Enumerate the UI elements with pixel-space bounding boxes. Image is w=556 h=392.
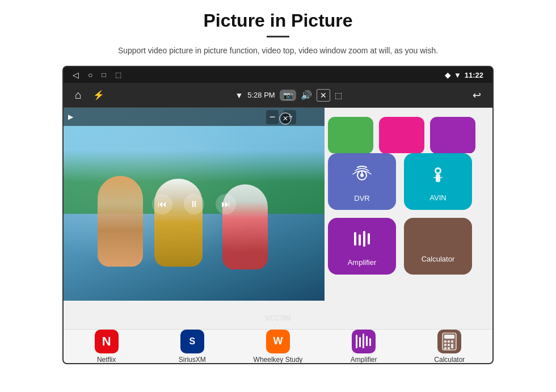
svg-rect-23	[366, 336, 368, 346]
svg-point-3	[360, 174, 364, 177]
svg-point-6	[436, 169, 440, 172]
car-nav-bar: ⌂ ⚡ ▼ 5:28 PM 📷 🔊 ✕ ⬚ ↩	[64, 83, 492, 108]
svg-rect-20	[356, 335, 357, 348]
dvr-app-icon[interactable]: DVR	[328, 153, 396, 210]
main-screen: ▶ − + ✕	[64, 108, 492, 329]
pip-minus-btn[interactable]: −	[266, 110, 279, 124]
svg-rect-34	[448, 347, 450, 349]
pip-close-btn[interactable]: ✕	[279, 112, 292, 128]
svg-rect-31	[448, 344, 450, 346]
pip-prev-btn[interactable]: ⏮	[152, 194, 172, 214]
pip-playback-controls: ⏮ ⏸ ⏭	[152, 194, 236, 214]
volume-icon[interactable]: 🔊	[301, 90, 312, 100]
calculator-label: Calculator	[422, 255, 455, 263]
siriusxm-icon: S	[180, 330, 204, 353]
partial-apps-row	[328, 113, 481, 153]
status-bar-left: ◁ ○ □ ⬚	[73, 70, 121, 79]
amplifier-bottom-label: Amplifier	[351, 356, 377, 364]
netflix-icon: N	[95, 330, 119, 353]
svg-rect-26	[444, 335, 454, 339]
pip-icon[interactable]: ⬚	[335, 91, 342, 100]
wifi-status-icon: ▼	[235, 91, 243, 100]
usb-icon: ⚡	[93, 90, 104, 100]
avin-icon	[426, 162, 450, 189]
screenshot-btn[interactable]: ⬚	[115, 71, 121, 79]
bottom-amplifier[interactable]: Amplifier	[327, 330, 401, 364]
pip-video-icon: ▶	[68, 113, 73, 121]
svg-rect-33	[444, 347, 447, 349]
back-nav-icon[interactable]: ↩	[473, 89, 481, 102]
pip-next-btn[interactable]: ⏭	[216, 194, 236, 214]
svg-rect-10	[363, 231, 365, 247]
watermark: VCC789	[265, 314, 290, 322]
android-status-bar: ◁ ○ □ ⬚ ◆ ▼ 11:22	[64, 67, 492, 83]
bottom-amplifier-icon	[352, 330, 376, 353]
svg-text:✕: ✕	[283, 115, 288, 123]
status-time: 11:22	[465, 71, 483, 79]
nav-bar-center: ▼ 5:28 PM 📷 🔊 ✕ ⬚	[235, 89, 342, 102]
app-grid: DVR AVIN	[317, 108, 492, 329]
app-row-2: Amplifier	[328, 218, 481, 275]
wheelkey-label: Wheelkey Study	[254, 356, 303, 364]
svg-rect-29	[451, 340, 453, 343]
bottom-calculator-icon	[437, 330, 461, 353]
svg-rect-8	[354, 232, 356, 246]
calculator-bottom-label: Calculator	[434, 356, 465, 364]
recent-btn[interactable]: □	[102, 71, 106, 79]
pip-pause-btn[interactable]: ⏸	[184, 194, 204, 214]
signal-icon: ▼	[454, 71, 461, 79]
avin-label: AVIN	[429, 193, 446, 202]
dvr-icon	[348, 161, 376, 189]
pip-video-content: ▶ − + ✕	[64, 108, 325, 301]
bottom-netflix[interactable]: N Netflix	[70, 330, 144, 364]
wheelkey-icon: W	[266, 330, 290, 353]
status-bar-right: ◆ ▼ 11:22	[445, 71, 483, 79]
home-icon[interactable]: ⌂	[75, 88, 82, 102]
svg-rect-22	[363, 334, 364, 348]
partial-app-green[interactable]	[328, 117, 373, 153]
svg-rect-21	[359, 337, 361, 347]
svg-rect-30	[444, 344, 447, 346]
netflix-label: Netflix	[97, 356, 116, 364]
svg-rect-32	[451, 344, 453, 348]
home-btn[interactable]: ○	[88, 70, 92, 79]
app-row-1: DVR AVIN	[328, 153, 481, 210]
bottom-app-bar: N Netflix S SiriusXM W Wheelkey Study	[64, 329, 492, 363]
pip-resize-controls[interactable]: − + ✕	[266, 110, 296, 124]
pip-video[interactable]: ▶ − + ✕	[64, 108, 325, 301]
person1-silhouette	[98, 176, 143, 267]
person2-silhouette	[154, 179, 203, 267]
partial-app-purple[interactable]	[430, 117, 475, 153]
svg-rect-28	[448, 340, 450, 343]
svg-rect-24	[369, 338, 371, 346]
dvr-label: DVR	[354, 194, 369, 203]
svg-rect-11	[368, 233, 370, 245]
bottom-calculator[interactable]: Calculator	[412, 330, 486, 364]
amplifier-icon	[349, 226, 374, 254]
page-title: Picture in Picture	[203, 10, 352, 31]
svg-rect-9	[359, 234, 361, 246]
camera-btn[interactable]: 📷	[280, 90, 296, 101]
bottom-siriusxm[interactable]: S SiriusXM	[155, 330, 229, 364]
page-subtitle: Support video picture in picture functio…	[118, 44, 438, 57]
amplifier-app-icon[interactable]: Amplifier	[328, 218, 396, 275]
amplifier-label: Amplifier	[348, 258, 377, 267]
avin-app-icon[interactable]: AVIN	[404, 153, 472, 210]
wifi-icon: ◆	[445, 71, 450, 79]
siriusxm-label: SiriusXM	[179, 356, 206, 364]
calculator-app-icon[interactable]: Calculator	[404, 218, 472, 275]
bottom-wheelkey[interactable]: W Wheelkey Study	[241, 330, 315, 364]
page-container: Picture in Picture Support video picture…	[0, 0, 556, 392]
nav-time: 5:28 PM	[247, 91, 275, 99]
partial-app-pink[interactable]	[379, 117, 424, 153]
nav-bar-left: ⌂ ⚡	[75, 88, 104, 102]
nav-bar-right: ↩	[473, 89, 481, 102]
device-frame: ◁ ○ □ ⬚ ◆ ▼ 11:22 ⌂ ⚡ ▼ 5:28 PM 📷 🔊	[62, 66, 494, 364]
back-btn[interactable]: ◁	[73, 70, 79, 79]
close-icon[interactable]: ✕	[317, 89, 330, 102]
svg-rect-27	[444, 340, 447, 343]
title-divider	[267, 36, 289, 37]
